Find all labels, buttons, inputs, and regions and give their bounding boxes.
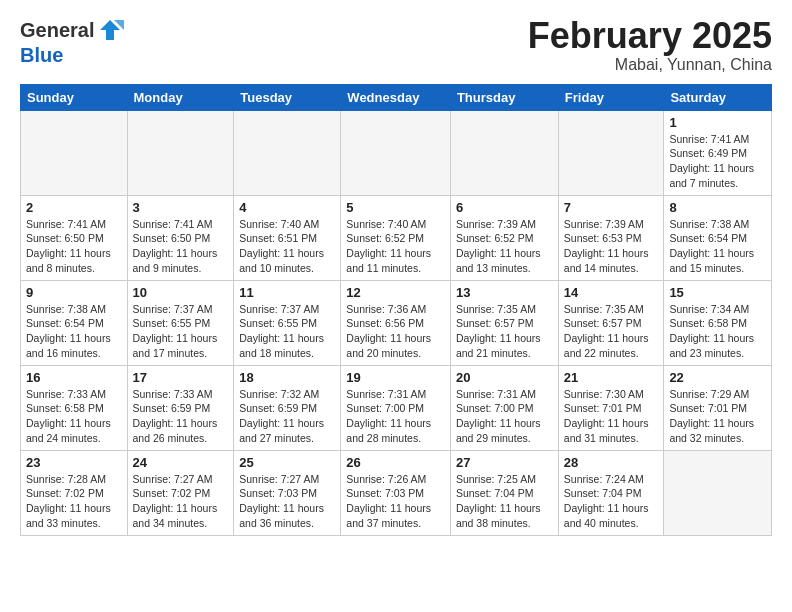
day-number: 7 xyxy=(564,200,659,215)
day-info: Sunrise: 7:35 AMSunset: 6:57 PMDaylight:… xyxy=(456,302,553,361)
calendar-cell: 27Sunrise: 7:25 AMSunset: 7:04 PMDayligh… xyxy=(450,450,558,535)
day-info: Sunrise: 7:41 AMSunset: 6:50 PMDaylight:… xyxy=(133,217,229,276)
day-number: 5 xyxy=(346,200,445,215)
logo: General Blue xyxy=(20,16,124,66)
title-block: February 2025 Mabai, Yunnan, China xyxy=(528,16,772,74)
day-number: 12 xyxy=(346,285,445,300)
col-sunday: Sunday xyxy=(21,84,128,110)
calendar-cell xyxy=(127,110,234,195)
day-info: Sunrise: 7:37 AMSunset: 6:55 PMDaylight:… xyxy=(239,302,335,361)
calendar-cell: 26Sunrise: 7:26 AMSunset: 7:03 PMDayligh… xyxy=(341,450,451,535)
calendar-cell: 22Sunrise: 7:29 AMSunset: 7:01 PMDayligh… xyxy=(664,365,772,450)
calendar-cell: 7Sunrise: 7:39 AMSunset: 6:53 PMDaylight… xyxy=(558,195,664,280)
day-number: 16 xyxy=(26,370,122,385)
day-number: 25 xyxy=(239,455,335,470)
calendar-cell xyxy=(21,110,128,195)
day-number: 23 xyxy=(26,455,122,470)
day-info: Sunrise: 7:38 AMSunset: 6:54 PMDaylight:… xyxy=(26,302,122,361)
title-location: Mabai, Yunnan, China xyxy=(528,56,772,74)
col-thursday: Thursday xyxy=(450,84,558,110)
day-number: 4 xyxy=(239,200,335,215)
day-info: Sunrise: 7:41 AMSunset: 6:50 PMDaylight:… xyxy=(26,217,122,276)
day-info: Sunrise: 7:32 AMSunset: 6:59 PMDaylight:… xyxy=(239,387,335,446)
calendar-cell: 23Sunrise: 7:28 AMSunset: 7:02 PMDayligh… xyxy=(21,450,128,535)
day-number: 27 xyxy=(456,455,553,470)
day-number: 3 xyxy=(133,200,229,215)
day-info: Sunrise: 7:37 AMSunset: 6:55 PMDaylight:… xyxy=(133,302,229,361)
day-info: Sunrise: 7:25 AMSunset: 7:04 PMDaylight:… xyxy=(456,472,553,531)
day-info: Sunrise: 7:27 AMSunset: 7:03 PMDaylight:… xyxy=(239,472,335,531)
day-info: Sunrise: 7:27 AMSunset: 7:02 PMDaylight:… xyxy=(133,472,229,531)
calendar-cell: 19Sunrise: 7:31 AMSunset: 7:00 PMDayligh… xyxy=(341,365,451,450)
calendar-cell xyxy=(664,450,772,535)
day-number: 26 xyxy=(346,455,445,470)
calendar: Sunday Monday Tuesday Wednesday Thursday… xyxy=(20,84,772,536)
calendar-cell: 5Sunrise: 7:40 AMSunset: 6:52 PMDaylight… xyxy=(341,195,451,280)
calendar-cell xyxy=(234,110,341,195)
calendar-cell: 10Sunrise: 7:37 AMSunset: 6:55 PMDayligh… xyxy=(127,280,234,365)
calendar-cell: 15Sunrise: 7:34 AMSunset: 6:58 PMDayligh… xyxy=(664,280,772,365)
day-number: 8 xyxy=(669,200,766,215)
day-info: Sunrise: 7:26 AMSunset: 7:03 PMDaylight:… xyxy=(346,472,445,531)
col-wednesday: Wednesday xyxy=(341,84,451,110)
day-number: 9 xyxy=(26,285,122,300)
day-number: 19 xyxy=(346,370,445,385)
calendar-cell: 24Sunrise: 7:27 AMSunset: 7:02 PMDayligh… xyxy=(127,450,234,535)
col-monday: Monday xyxy=(127,84,234,110)
calendar-cell: 25Sunrise: 7:27 AMSunset: 7:03 PMDayligh… xyxy=(234,450,341,535)
day-info: Sunrise: 7:33 AMSunset: 6:58 PMDaylight:… xyxy=(26,387,122,446)
header: General Blue February 2025 Mabai, Yunnan… xyxy=(20,16,772,74)
day-number: 20 xyxy=(456,370,553,385)
day-number: 1 xyxy=(669,115,766,130)
title-month: February 2025 xyxy=(528,16,772,56)
calendar-cell xyxy=(450,110,558,195)
day-info: Sunrise: 7:28 AMSunset: 7:02 PMDaylight:… xyxy=(26,472,122,531)
logo-blue-text: Blue xyxy=(20,44,63,66)
page: General Blue February 2025 Mabai, Yunnan… xyxy=(0,0,792,552)
day-info: Sunrise: 7:35 AMSunset: 6:57 PMDaylight:… xyxy=(564,302,659,361)
week-row-4: 23Sunrise: 7:28 AMSunset: 7:02 PMDayligh… xyxy=(21,450,772,535)
day-number: 21 xyxy=(564,370,659,385)
day-info: Sunrise: 7:39 AMSunset: 6:53 PMDaylight:… xyxy=(564,217,659,276)
calendar-cell: 8Sunrise: 7:38 AMSunset: 6:54 PMDaylight… xyxy=(664,195,772,280)
week-row-3: 16Sunrise: 7:33 AMSunset: 6:58 PMDayligh… xyxy=(21,365,772,450)
day-number: 28 xyxy=(564,455,659,470)
day-number: 13 xyxy=(456,285,553,300)
calendar-cell: 16Sunrise: 7:33 AMSunset: 6:58 PMDayligh… xyxy=(21,365,128,450)
calendar-cell: 21Sunrise: 7:30 AMSunset: 7:01 PMDayligh… xyxy=(558,365,664,450)
calendar-cell: 13Sunrise: 7:35 AMSunset: 6:57 PMDayligh… xyxy=(450,280,558,365)
day-info: Sunrise: 7:38 AMSunset: 6:54 PMDaylight:… xyxy=(669,217,766,276)
col-saturday: Saturday xyxy=(664,84,772,110)
day-number: 14 xyxy=(564,285,659,300)
calendar-cell: 2Sunrise: 7:41 AMSunset: 6:50 PMDaylight… xyxy=(21,195,128,280)
calendar-cell: 1Sunrise: 7:41 AMSunset: 6:49 PMDaylight… xyxy=(664,110,772,195)
day-number: 6 xyxy=(456,200,553,215)
logo-general-text: General xyxy=(20,19,94,41)
day-number: 10 xyxy=(133,285,229,300)
calendar-cell: 28Sunrise: 7:24 AMSunset: 7:04 PMDayligh… xyxy=(558,450,664,535)
calendar-cell: 17Sunrise: 7:33 AMSunset: 6:59 PMDayligh… xyxy=(127,365,234,450)
calendar-cell: 4Sunrise: 7:40 AMSunset: 6:51 PMDaylight… xyxy=(234,195,341,280)
calendar-cell: 11Sunrise: 7:37 AMSunset: 6:55 PMDayligh… xyxy=(234,280,341,365)
day-info: Sunrise: 7:40 AMSunset: 6:52 PMDaylight:… xyxy=(346,217,445,276)
calendar-cell: 14Sunrise: 7:35 AMSunset: 6:57 PMDayligh… xyxy=(558,280,664,365)
day-info: Sunrise: 7:41 AMSunset: 6:49 PMDaylight:… xyxy=(669,132,766,191)
day-info: Sunrise: 7:31 AMSunset: 7:00 PMDaylight:… xyxy=(456,387,553,446)
day-info: Sunrise: 7:30 AMSunset: 7:01 PMDaylight:… xyxy=(564,387,659,446)
day-number: 22 xyxy=(669,370,766,385)
calendar-cell: 20Sunrise: 7:31 AMSunset: 7:00 PMDayligh… xyxy=(450,365,558,450)
day-info: Sunrise: 7:39 AMSunset: 6:52 PMDaylight:… xyxy=(456,217,553,276)
calendar-cell xyxy=(558,110,664,195)
col-tuesday: Tuesday xyxy=(234,84,341,110)
week-row-2: 9Sunrise: 7:38 AMSunset: 6:54 PMDaylight… xyxy=(21,280,772,365)
day-number: 17 xyxy=(133,370,229,385)
day-info: Sunrise: 7:33 AMSunset: 6:59 PMDaylight:… xyxy=(133,387,229,446)
day-info: Sunrise: 7:29 AMSunset: 7:01 PMDaylight:… xyxy=(669,387,766,446)
calendar-cell: 6Sunrise: 7:39 AMSunset: 6:52 PMDaylight… xyxy=(450,195,558,280)
calendar-header-row: Sunday Monday Tuesday Wednesday Thursday… xyxy=(21,84,772,110)
day-info: Sunrise: 7:36 AMSunset: 6:56 PMDaylight:… xyxy=(346,302,445,361)
calendar-cell: 12Sunrise: 7:36 AMSunset: 6:56 PMDayligh… xyxy=(341,280,451,365)
calendar-cell: 18Sunrise: 7:32 AMSunset: 6:59 PMDayligh… xyxy=(234,365,341,450)
day-info: Sunrise: 7:34 AMSunset: 6:58 PMDaylight:… xyxy=(669,302,766,361)
day-number: 2 xyxy=(26,200,122,215)
